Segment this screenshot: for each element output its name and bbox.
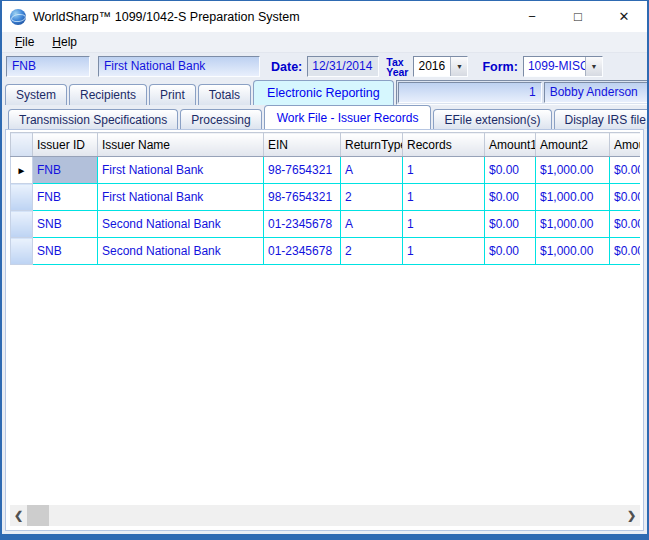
menu-help[interactable]: Help: [43, 33, 86, 51]
current-row-pointer-icon: ►: [17, 165, 27, 176]
cell-issuer-id[interactable]: FNB: [33, 184, 98, 211]
scroll-right-icon[interactable]: ❯: [623, 505, 640, 526]
cell-ein[interactable]: 98-7654321: [264, 184, 341, 211]
tab-print[interactable]: Print: [149, 84, 196, 105]
tax-year-label-line2: Year: [386, 67, 408, 77]
table-row: SNB Second National Bank 01-2345678 2 1 …: [11, 238, 641, 265]
menu-file[interactable]: File: [6, 33, 43, 51]
table-row: FNB First National Bank 98-7654321 2 1 $…: [11, 184, 641, 211]
row-selector[interactable]: [11, 211, 33, 238]
tax-year-dropdown[interactable]: 2016 ▼: [413, 56, 468, 77]
col-header-amount3[interactable]: Amount3: [610, 133, 641, 157]
date-field[interactable]: 12/31/2014: [307, 56, 379, 77]
cell-records[interactable]: 1: [403, 184, 485, 211]
cell-amount1[interactable]: $0.00: [485, 211, 536, 238]
horizontal-scrollbar[interactable]: ❮ ❯: [10, 505, 640, 526]
cell-ein[interactable]: 01-2345678: [264, 238, 341, 265]
col-header-records[interactable]: Records: [403, 133, 485, 157]
col-header-returntype[interactable]: ReturnType: [341, 133, 403, 157]
table-row: ► FNB First National Bank 98-7654321 A 1…: [11, 157, 641, 184]
cell-amount1[interactable]: $0.00: [485, 238, 536, 265]
cell-records[interactable]: 1: [403, 157, 485, 184]
date-label: Date:: [271, 60, 302, 74]
subtab-processing[interactable]: Processing: [180, 109, 261, 129]
cell-amount3[interactable]: $0.00: [610, 211, 641, 238]
recipient-panel: 1 Bobby Anderson: [396, 80, 649, 105]
row-selector[interactable]: [11, 184, 33, 211]
cell-issuer-name[interactable]: Second National Bank: [98, 211, 264, 238]
cell-issuer-id[interactable]: SNB: [33, 238, 98, 265]
cell-issuer-id[interactable]: SNB: [33, 211, 98, 238]
cell-records[interactable]: 1: [403, 211, 485, 238]
window-title: WorldSharp™ 1099/1042-S Preparation Syst…: [33, 10, 300, 24]
header-field-bar: FNB First National Bank Date: 12/31/2014…: [2, 53, 647, 80]
work-file-issuer-records-page: Issuer ID Issuer Name EIN ReturnType Rec…: [5, 129, 644, 531]
row-selector-current[interactable]: ►: [11, 157, 33, 184]
cell-amount2[interactable]: $1,000.00: [536, 211, 610, 238]
issuer-id-field[interactable]: FNB: [6, 56, 90, 77]
issuer-records-grid: Issuer ID Issuer Name EIN ReturnType Rec…: [10, 132, 640, 265]
cell-issuer-name[interactable]: Second National Bank: [98, 238, 264, 265]
cell-amount1[interactable]: $0.00: [485, 157, 536, 184]
cell-issuer-name[interactable]: First National Bank: [98, 157, 264, 184]
tax-year-label-line1: Tax: [386, 57, 408, 67]
cell-amount2[interactable]: $1,000.00: [536, 157, 610, 184]
cell-ein[interactable]: 01-2345678: [264, 211, 341, 238]
cell-amount3[interactable]: $0.00: [610, 238, 641, 265]
row-selector-header: [11, 133, 33, 157]
form-dropdown-arrow-icon[interactable]: ▼: [585, 57, 602, 76]
cell-returntype[interactable]: A: [341, 157, 403, 184]
form-dropdown[interactable]: 1099-MISC ▼: [523, 56, 603, 77]
form-value: 1099-MISC: [524, 57, 585, 76]
tax-year-label: Tax Year: [386, 57, 408, 77]
minimize-button[interactable]: −: [509, 1, 555, 32]
subtab-work-file-issuer-records[interactable]: Work File - Issuer Records: [264, 105, 432, 129]
cell-returntype[interactable]: 2: [341, 184, 403, 211]
cell-issuer-name[interactable]: First National Bank: [98, 184, 264, 211]
tax-year-value: 2016: [414, 57, 450, 76]
subtab-transmission-specifications[interactable]: Transmission Specifications: [8, 109, 178, 129]
grid-header-row: Issuer ID Issuer Name EIN ReturnType Rec…: [11, 133, 641, 157]
scrollbar-thumb[interactable]: [27, 505, 49, 526]
cell-amount2[interactable]: $1,000.00: [536, 184, 610, 211]
subtab-display-irs-file[interactable]: Display IRS file: [554, 109, 649, 129]
maximize-button[interactable]: □: [555, 1, 601, 32]
scroll-left-icon[interactable]: ❮: [10, 505, 27, 526]
close-button[interactable]: ✕: [601, 1, 647, 32]
cell-amount1[interactable]: $0.00: [485, 184, 536, 211]
title-bar: WorldSharp™ 1099/1042-S Preparation Syst…: [2, 1, 647, 32]
tax-year-dropdown-arrow-icon[interactable]: ▼: [450, 57, 467, 76]
col-header-amount1[interactable]: Amount1: [485, 133, 536, 157]
col-header-ein[interactable]: EIN: [264, 133, 341, 157]
main-tab-bar: System Recipients Print Totals Electroni…: [2, 80, 647, 105]
menu-bar: File Help: [2, 32, 647, 53]
issuer-name-field[interactable]: First National Bank: [98, 56, 260, 77]
tab-totals[interactable]: Totals: [198, 84, 251, 105]
recipient-number-field[interactable]: 1: [398, 82, 542, 103]
col-header-issuer-name[interactable]: Issuer Name: [98, 133, 264, 157]
col-header-issuer-id[interactable]: Issuer ID: [33, 133, 98, 157]
cell-returntype[interactable]: 2: [341, 238, 403, 265]
col-header-amount2[interactable]: Amount2: [536, 133, 610, 157]
sub-tab-bar: Transmission Specifications Processing W…: [2, 105, 647, 129]
cell-amount2[interactable]: $1,000.00: [536, 238, 610, 265]
cell-amount3[interactable]: $0.00: [610, 157, 641, 184]
table-row: SNB Second National Bank 01-2345678 A 1 …: [11, 211, 641, 238]
app-window: WorldSharp™ 1099/1042-S Preparation Syst…: [0, 0, 649, 540]
window-controls: − □ ✕: [509, 1, 647, 32]
recipient-name-field[interactable]: Bobby Anderson: [544, 82, 649, 103]
tab-system[interactable]: System: [5, 84, 67, 105]
tab-recipients[interactable]: Recipients: [69, 84, 147, 105]
cell-records[interactable]: 1: [403, 238, 485, 265]
cell-returntype[interactable]: A: [341, 211, 403, 238]
form-label: Form:: [482, 60, 517, 74]
subtab-efile-extensions[interactable]: EFile extension(s): [433, 109, 551, 129]
row-selector[interactable]: [11, 238, 33, 265]
app-globe-icon: [10, 9, 26, 25]
cell-amount3[interactable]: $0.00: [610, 184, 641, 211]
cell-ein[interactable]: 98-7654321: [264, 157, 341, 184]
cell-issuer-id[interactable]: FNB: [33, 157, 98, 184]
tab-electronic-reporting[interactable]: Electronic Reporting: [253, 80, 394, 105]
